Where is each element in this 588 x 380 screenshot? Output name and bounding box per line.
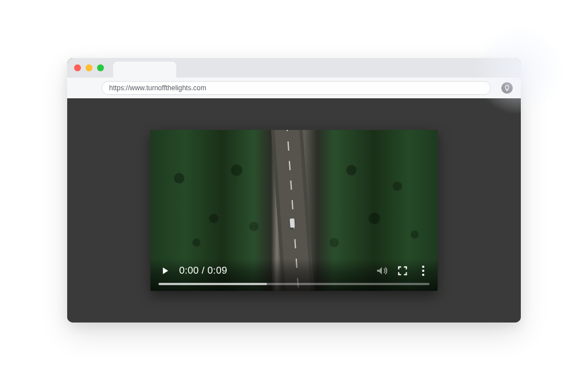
address-bar[interactable]: https://www.turnoffthelights.com — [102, 81, 491, 95]
video-player[interactable]: 0:00 / 0:09 — [150, 130, 438, 291]
video-progress-bar[interactable] — [158, 283, 430, 285]
video-buffered — [158, 283, 267, 285]
fullscreen-button[interactable] — [396, 264, 409, 277]
kebab-icon — [422, 266, 424, 276]
address-bar-url: https://www.turnoffthelights.com — [109, 84, 206, 92]
play-icon — [159, 265, 171, 277]
video-time-display: 0:00 / 0:09 — [179, 265, 227, 277]
fullscreen-icon — [397, 265, 408, 277]
maximize-window-button[interactable] — [97, 64, 104, 71]
minimize-window-button[interactable] — [86, 64, 92, 71]
close-window-button[interactable] — [74, 64, 81, 71]
lamp-extension-icon[interactable] — [501, 82, 513, 94]
play-button[interactable] — [158, 264, 171, 277]
video-controls-row: 0:00 / 0:09 — [158, 264, 430, 277]
video-controls: 0:00 / 0:09 — [150, 259, 438, 291]
volume-button[interactable] — [376, 264, 388, 277]
volume-icon — [376, 264, 388, 277]
browser-tab[interactable] — [113, 62, 176, 78]
page-viewport: 0:00 / 0:09 — [67, 98, 521, 323]
more-options-button[interactable] — [417, 264, 430, 277]
video-content-car — [289, 218, 295, 228]
browser-window: https://www.turnoffthelights.com — [67, 58, 521, 323]
window-controls — [74, 64, 104, 71]
browser-titlebar — [67, 58, 521, 78]
browser-toolbar: https://www.turnoffthelights.com — [67, 78, 521, 98]
